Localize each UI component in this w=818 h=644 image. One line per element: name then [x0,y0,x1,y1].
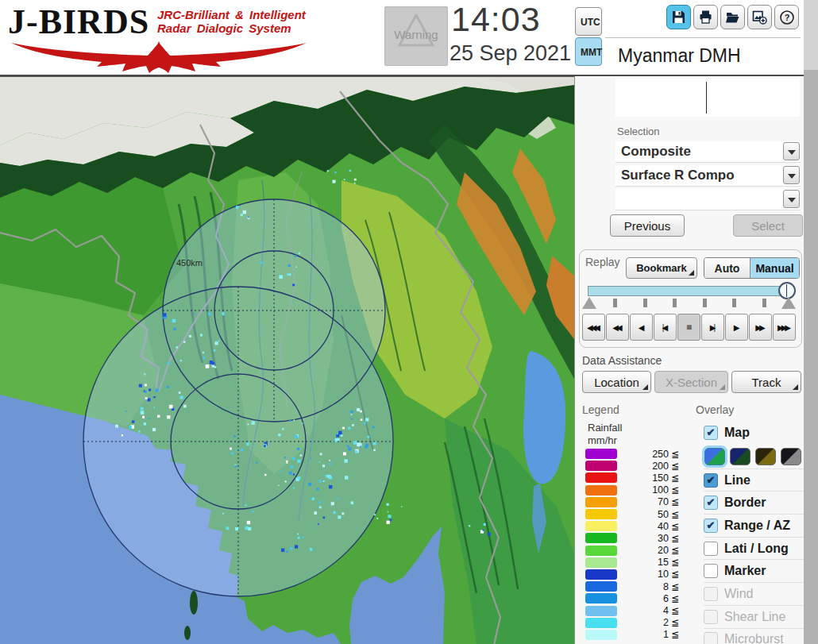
legend-unit-symbol: ≦ [671,521,682,532]
legend-level-row: 10≦ [585,569,682,580]
legend-level-row: 250≦ [585,448,682,460]
playback-glyph: ▶ [734,323,738,332]
legend-level-row: 4≦ [585,604,682,616]
legend-level-row: 30≦ [585,532,682,544]
map-style-swatch-4[interactable] [781,448,801,465]
legend-level-row: 150≦ [585,472,682,484]
checkbox-microburst[interactable] [704,632,718,644]
logo-title: J-BIRDS [8,2,149,42]
overlay-item-shear-line: Shear Line [704,605,804,628]
legend-level-value: 10 [617,569,671,580]
legend-level-value: 100 [617,484,671,496]
checkbox-marker[interactable] [704,564,718,578]
timezone-mmt-button[interactable]: MMT [575,37,602,66]
overlay-label: Border [724,496,766,510]
legend-color-chip [585,449,617,459]
overlay-item-marker: Marker [704,559,804,582]
x-section-button[interactable]: X-Section [654,371,728,393]
playback-rewind[interactable]: ◀◀ [606,314,629,341]
logo-subtitle-line2: Radar Dialogic System [157,21,306,35]
right-edge-strip[interactable] [804,0,818,644]
svg-text:?: ? [784,13,789,22]
checkbox-wind[interactable] [704,587,718,601]
station-name: Myanmar DMH [618,45,741,67]
select-button[interactable]: Select [733,214,803,237]
timezone-utc-button[interactable]: UTC [575,7,602,36]
overlay-title: Overlay [696,403,734,416]
legend-unit-symbol: ≦ [671,545,682,556]
legend-unit-symbol: ≦ [671,509,682,520]
range-end-marker[interactable] [781,297,796,309]
checkbox-line[interactable]: ✔ [704,473,718,488]
save-button[interactable] [666,5,691,29]
track-button[interactable]: Track [731,371,801,393]
jbirds-logo: J-BIRDS JRC-Brilliant & Intelligent Rada… [8,2,318,73]
station-info-field[interactable] [615,79,800,117]
legend-level-value: 2 [617,617,671,628]
map-style-swatch-2[interactable] [730,448,750,465]
playback-play[interactable]: ▶ [725,314,748,341]
checkbox-shear-line[interactable] [704,610,718,624]
capture-image-button[interactable] [747,5,772,29]
open-folder-button[interactable] [720,5,745,29]
legend-levels: 250≦200≦150≦100≦70≦50≦40≦30≦20≦15≦10≦8≦6… [585,448,682,641]
overlay-label: Lati / Long [724,542,789,556]
checkbox-lati-long[interactable] [704,542,718,556]
folder-icon [725,10,740,25]
playback-step-forward[interactable]: ▶| [701,314,724,341]
help-button[interactable]: ? [774,5,799,29]
manual-button[interactable]: Manual [750,258,799,278]
map-style-swatch-1[interactable] [704,448,725,465]
slider-ticks [613,299,769,308]
overlay-item-border: ✔Border [704,491,804,514]
legend-color-chip [585,472,617,483]
playback-step-back[interactable]: |◀ [654,314,677,341]
legend-level-row: 20≦ [585,545,682,557]
playback-jump-start[interactable]: ◀◀◀ [582,314,605,341]
dropdown-product[interactable]: Surface R Compo [615,165,801,187]
checkbox-map[interactable]: ✔ [704,426,718,440]
legend-color-chip [585,630,617,640]
legend-level-value: 150 [617,472,671,484]
range-start-marker[interactable] [582,297,596,309]
bookmark-label: Bookmark [636,262,687,274]
replay-slider-track[interactable] [588,286,791,296]
legend-level-value: 70 [617,496,671,507]
toolbar-divider [605,37,801,38]
playback-stop[interactable]: ■ [677,314,700,341]
playback-fast-forward[interactable]: ▶▶ [749,314,772,341]
print-button[interactable] [693,5,718,29]
auto-manual-toggle: Auto Manual [704,257,800,279]
clock-time: 14:03 [451,0,541,39]
legend-unit-symbol: ≦ [671,472,682,484]
chevron-down-icon[interactable] [783,166,800,184]
legend-unit-symbol: ≦ [671,593,682,604]
legend-color-chip [585,606,617,616]
legend-unit-symbol: ≦ [671,533,682,544]
legend-color-chip [585,593,617,604]
checkbox-range-az[interactable]: ✔ [704,519,718,533]
radar-map[interactable]: 450km [0,76,574,644]
playback-glyph: ◀◀ [612,323,619,332]
playback-glyph: ▶▶ [755,323,762,332]
map-canvas: 450km [0,77,574,644]
legend-level-row: 8≦ [585,580,682,592]
map-style-swatch-3[interactable] [755,448,776,465]
playback-play-back[interactable]: ◀ [630,314,653,341]
dropdown-parameter[interactable] [615,189,801,210]
playback-jump-end[interactable]: ▶▶▶ [773,314,796,341]
location-button[interactable]: Location [582,371,651,393]
chevron-down-icon[interactable] [783,190,800,208]
bookmark-button[interactable]: Bookmark [626,257,697,279]
app-window: J-BIRDS JRC-Brilliant & Intelligent Rada… [0,0,818,644]
warning-button[interactable]: Warning [384,6,448,66]
warning-label: Warning [385,28,447,41]
auto-button[interactable]: Auto [704,258,750,278]
selection-section-label: Selection [617,125,659,137]
legend-color-chip [585,485,617,496]
slider-tick [762,299,766,307]
previous-button[interactable]: Previous [610,214,685,237]
checkbox-border[interactable]: ✔ [704,496,718,510]
dropdown-category[interactable]: Composite [615,141,801,163]
chevron-down-icon[interactable] [783,142,800,160]
